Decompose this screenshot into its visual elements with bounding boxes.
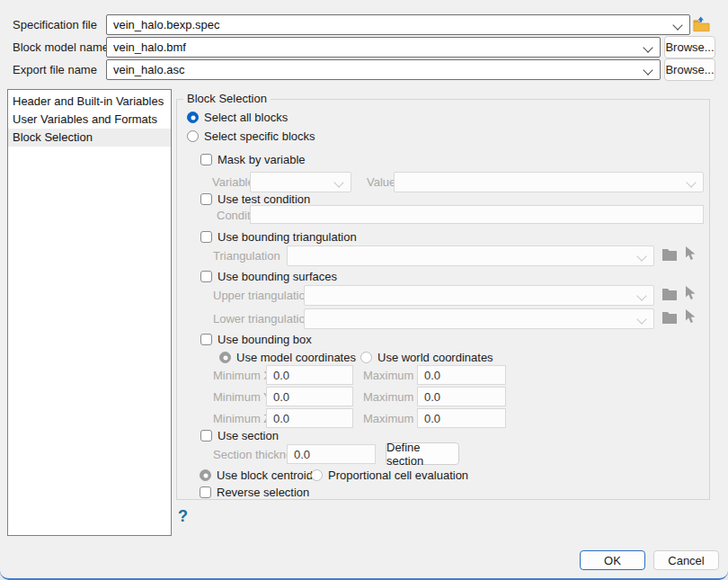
section-thickness-field[interactable]: 0.0	[287, 444, 376, 464]
minimum-x-field[interactable]: 0.0	[266, 365, 353, 385]
use-bounding-surfaces-checkbox[interactable]	[200, 271, 212, 282]
lower-triangulation-combobox[interactable]	[304, 308, 654, 329]
folder-icon	[661, 287, 678, 300]
block-selection-group: Block Selection Select all blocks Select…	[176, 99, 710, 500]
triangulation-combobox[interactable]	[287, 245, 654, 266]
upper-triangulation-label: Upper triangulation	[213, 289, 312, 302]
chevron-down-icon	[643, 65, 653, 75]
block-model-name-label: Block model name	[13, 40, 109, 54]
use-block-centroids-radio[interactable]	[200, 469, 211, 481]
proportional-cell-evaluation-label: Proportional cell evaluation	[328, 468, 468, 482]
maximum-y-field[interactable]: 0.0	[417, 387, 506, 406]
cancel-button[interactable]: Cancel	[653, 550, 719, 570]
export-block-model-dialog: Specification file vein_halo.bexp.spec B…	[0, 0, 728, 580]
maximum-z-label: Maximum Z	[363, 412, 424, 425]
page-list: Header and Built-in Variables User Varia…	[7, 89, 172, 536]
pick-cursor-icon	[682, 308, 697, 324]
chevron-down-icon	[643, 42, 653, 52]
export-file-name-label: Export file name	[13, 63, 97, 76]
select-all-blocks-radio[interactable]	[187, 112, 199, 123]
maximum-x-label: Maximum X	[363, 369, 425, 382]
select-specific-blocks-label: Select specific blocks	[204, 129, 315, 143]
minimum-z-label: Minimum Z	[213, 412, 271, 425]
specification-file-combobox[interactable]: vein_halo.bexp.spec	[106, 14, 690, 35]
mask-by-variable-label: Mask by variable	[218, 153, 306, 166]
proportional-cell-evaluation-radio[interactable]	[311, 469, 323, 481]
use-section-checkbox[interactable]	[200, 430, 212, 442]
list-item-block-selection[interactable]: Block Selection	[8, 129, 171, 147]
chevron-down-icon	[686, 177, 696, 187]
value-combobox[interactable]	[394, 172, 704, 192]
lower-triangulation-label: Lower triangulation	[213, 312, 312, 326]
export-file-name-combobox[interactable]: vein_halo.asc	[106, 59, 661, 80]
chevron-down-icon	[636, 290, 646, 300]
chevron-down-icon	[636, 314, 646, 324]
chevron-down-icon	[672, 20, 682, 30]
maximum-y-label: Maximum Y	[363, 390, 424, 404]
folder-open-icon	[692, 15, 710, 32]
use-model-coordinates-label: Use model coordinates	[236, 351, 356, 364]
use-bounding-box-checkbox[interactable]	[200, 334, 212, 345]
use-test-condition-checkbox[interactable]	[200, 193, 212, 205]
use-world-coordinates-label: Use world coordinates	[377, 351, 493, 364]
folder-icon	[661, 247, 678, 261]
mask-by-variable-checkbox[interactable]	[200, 154, 212, 165]
pick-cursor-icon	[682, 245, 697, 261]
browse-export-file-button[interactable]: Browse...	[664, 58, 715, 81]
use-bounding-triangulation-label: Use bounding triangulation	[218, 230, 357, 244]
block-model-name-combobox[interactable]: vein_halo.bmf	[106, 37, 661, 58]
condition-field[interactable]	[250, 205, 704, 224]
list-item-header-variables[interactable]: Header and Built-in Variables	[8, 93, 171, 111]
ok-button[interactable]: OK	[580, 550, 645, 570]
minimum-x-label: Minimum X	[213, 369, 271, 382]
group-title: Block Selection	[183, 92, 271, 105]
maximum-x-field[interactable]: 0.0	[417, 365, 506, 385]
open-spec-file-button[interactable]	[692, 15, 710, 31]
use-model-coordinates-radio[interactable]	[219, 352, 231, 363]
specification-file-label: Specification file	[13, 18, 97, 31]
list-item-user-variables[interactable]: User Variables and Formats	[8, 111, 171, 129]
use-bounding-surfaces-label: Use bounding surfaces	[218, 270, 337, 283]
variable-combobox[interactable]	[250, 172, 351, 192]
minimum-y-label: Minimum Y	[213, 390, 271, 404]
folder-icon	[661, 310, 678, 324]
specification-file-value: vein_halo.bexp.spec	[113, 18, 220, 31]
use-bounding-box-label: Use bounding box	[218, 333, 312, 346]
select-specific-blocks-radio[interactable]	[187, 130, 199, 142]
reverse-selection-checkbox[interactable]	[200, 486, 211, 498]
use-block-centroids-label: Use block centroids	[217, 468, 318, 482]
chevron-down-icon	[333, 177, 343, 187]
define-section-button[interactable]: Define section	[386, 442, 459, 465]
use-world-coordinates-radio[interactable]	[360, 352, 372, 363]
browse-block-model-button[interactable]: Browse...	[664, 36, 715, 58]
triangulation-label: Triangulation	[213, 249, 280, 263]
reverse-selection-label: Reverse selection	[217, 486, 309, 499]
use-test-condition-label: Use test condition	[218, 192, 310, 206]
select-all-blocks-label: Select all blocks	[204, 111, 288, 124]
help-icon[interactable]: ?	[178, 508, 188, 524]
export-file-name-value: vein_halo.asc	[113, 63, 185, 76]
value-label: Value	[367, 175, 395, 189]
block-model-name-value: vein_halo.bmf	[113, 40, 186, 54]
use-bounding-triangulation-checkbox[interactable]	[200, 231, 212, 243]
maximum-z-field[interactable]: 0.0	[417, 408, 506, 428]
variable-label: Variable	[212, 175, 254, 189]
pick-cursor-icon	[682, 285, 697, 300]
minimum-y-field[interactable]: 0.0	[266, 387, 353, 406]
upper-triangulation-combobox[interactable]	[304, 285, 654, 306]
minimum-z-field[interactable]: 0.0	[266, 408, 353, 428]
use-section-label: Use section	[218, 429, 279, 442]
chevron-down-icon	[636, 251, 646, 261]
